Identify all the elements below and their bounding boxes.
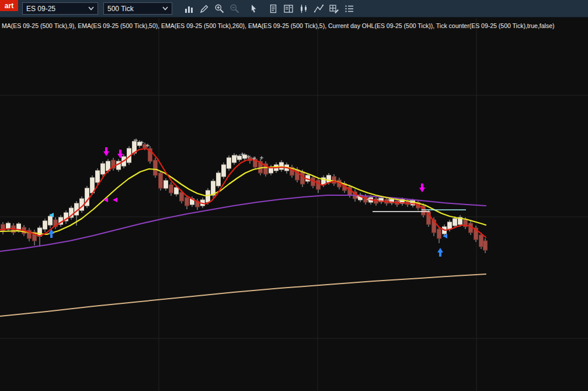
interval-select[interactable]: 500 Tick [103, 2, 172, 15]
app-window: MA(ES 09-25 (500 Tick),9), EMA(ES 09-25 … [0, 0, 588, 391]
toolbar: ES 09-25 500 Tick [0, 0, 588, 18]
instrument-select[interactable]: ES 09-25 [22, 2, 98, 15]
chart-canvas[interactable] [0, 0, 588, 391]
interval-select-value: 500 Tick [107, 5, 134, 13]
indicators-icon[interactable] [326, 1, 342, 16]
chart-trader-icon[interactable] [281, 1, 296, 16]
chevron-down-icon [88, 6, 94, 11]
data-series-icon[interactable] [266, 1, 281, 16]
cursor-icon[interactable] [246, 1, 262, 16]
instrument-select-value: ES 09-25 [26, 5, 55, 13]
bar-type-icon[interactable] [296, 1, 311, 16]
indicator-summary: MA(ES 09-25 (500 Tick),9), EMA(ES 09-25 … [2, 22, 555, 29]
chevron-down-icon [162, 6, 168, 11]
zoom-in-icon[interactable] [212, 1, 227, 16]
trendline-icon[interactable] [311, 1, 326, 16]
chart-tab[interactable]: art [0, 0, 18, 11]
properties-icon[interactable] [342, 1, 357, 16]
zoom-out-icon[interactable] [227, 1, 242, 16]
drawing-tools-icon[interactable] [197, 1, 212, 16]
chart-style-icon[interactable] [182, 1, 197, 16]
